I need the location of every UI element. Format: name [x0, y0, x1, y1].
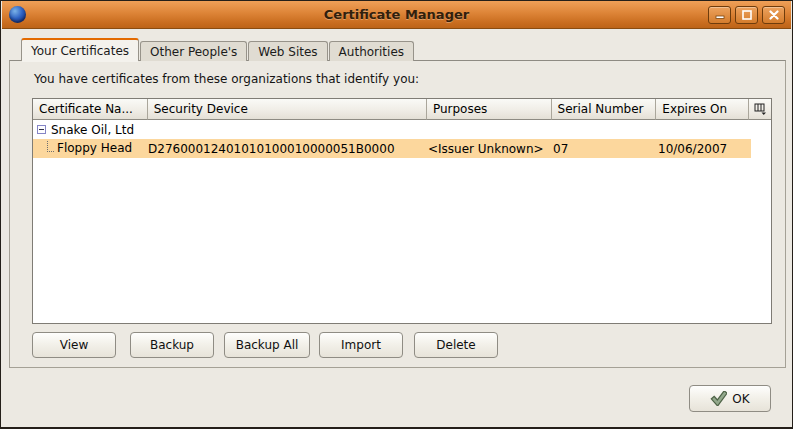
column-header-label: Certificate Na...	[39, 102, 133, 116]
table-row-floppy-head[interactable]: Floppy Head D27600012401010100010000051B…	[33, 139, 751, 158]
column-picker-icon	[754, 103, 767, 115]
column-header-label: Serial Number	[558, 102, 644, 116]
backup-all-button-label: Backup All	[236, 338, 299, 352]
ok-button-label: OK	[732, 392, 749, 406]
delete-button-label: Delete	[436, 338, 475, 352]
cell-certificate-name: Floppy Head	[33, 141, 148, 156]
tab-other-peoples[interactable]: Other People's	[140, 41, 247, 61]
titlebar: Certificate Manager	[2, 1, 791, 29]
view-button[interactable]: View	[32, 332, 116, 358]
collapse-expander-icon[interactable]	[37, 125, 46, 134]
your-certificates-panel: You have certificates from these organiz…	[9, 60, 786, 368]
maximize-icon	[742, 10, 752, 20]
certificate-manager-window: Certificate Manager Your Certificates	[0, 0, 793, 429]
tab-authorities[interactable]: Authorities	[329, 41, 414, 61]
tree-branch-line	[47, 141, 54, 152]
backup-all-button[interactable]: Backup All	[224, 332, 310, 358]
cell-expires-on: 10/06/2007	[658, 142, 751, 156]
tab-web-sites[interactable]: Web Sites	[248, 41, 327, 61]
cell-purposes: <Issuer Unknown>	[428, 142, 553, 156]
tab-label: Your Certificates	[31, 44, 129, 58]
globe-app-icon	[9, 6, 26, 23]
close-icon	[769, 10, 779, 20]
backup-button-label: Backup	[150, 338, 194, 352]
column-header-expires-on[interactable]: Expires On	[656, 99, 749, 120]
delete-button[interactable]: Delete	[414, 332, 498, 358]
window-controls	[708, 6, 785, 24]
column-header-certificate-name[interactable]: Certificate Na...	[33, 99, 148, 120]
minimize-button[interactable]	[708, 6, 731, 24]
column-header-label: Expires On	[662, 102, 727, 116]
ok-check-icon	[710, 391, 727, 406]
tab-your-certificates[interactable]: Your Certificates	[21, 38, 139, 61]
view-button-label: View	[60, 338, 88, 352]
group-name: Snake Oil, Ltd	[51, 123, 134, 137]
column-header-serial-number[interactable]: Serial Number	[552, 99, 657, 120]
column-header-label: Purposes	[433, 102, 487, 116]
close-button[interactable]	[762, 6, 785, 24]
tab-bar: Your Certificates Other People's Web Sit…	[21, 38, 415, 61]
intro-text: You have certificates from these organiz…	[34, 72, 419, 86]
cell-security-device: D27600012401010100010000051B0000	[148, 142, 428, 156]
tab-label: Web Sites	[258, 45, 317, 59]
column-header-purposes[interactable]: Purposes	[427, 99, 552, 120]
tab-label: Other People's	[150, 45, 237, 59]
maximize-button[interactable]	[735, 6, 758, 24]
cell-serial-number: 07	[553, 142, 658, 156]
backup-button[interactable]: Backup	[130, 332, 214, 358]
table-header: Certificate Na... Security Device Purpos…	[33, 99, 771, 120]
import-button-label: Import	[341, 338, 381, 352]
column-header-label: Security Device	[154, 102, 248, 116]
import-button[interactable]: Import	[319, 332, 403, 358]
column-header-security-device[interactable]: Security Device	[148, 99, 427, 120]
tab-label: Authorities	[339, 45, 404, 59]
table-row-snake-oil-group[interactable]: Snake Oil, Ltd	[33, 120, 771, 139]
minimize-icon	[715, 10, 725, 20]
column-picker-button[interactable]	[749, 99, 771, 120]
ok-button[interactable]: OK	[689, 385, 771, 412]
window-title: Certificate Manager	[2, 7, 791, 22]
table-body: Snake Oil, Ltd Floppy Head D276000124010…	[33, 120, 771, 323]
certificate-table: Certificate Na... Security Device Purpos…	[32, 98, 772, 324]
